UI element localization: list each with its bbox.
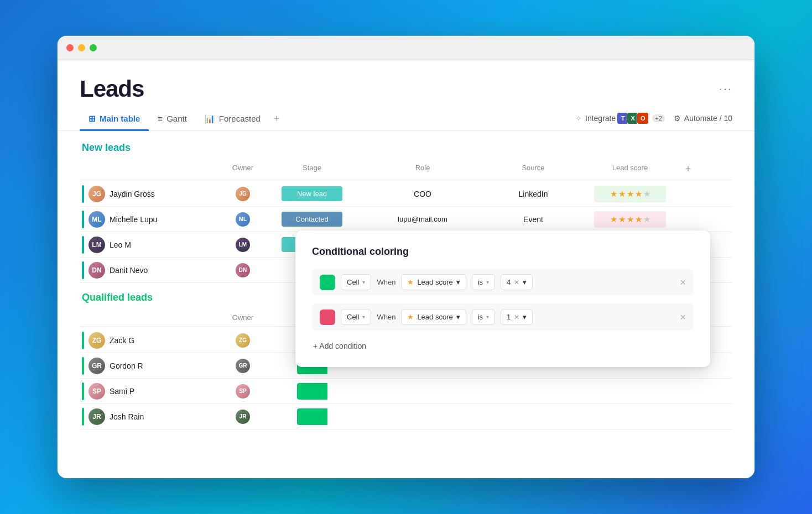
group-bar (82, 236, 84, 254)
chevron-down-icon: ▾ (362, 279, 365, 285)
role-cell: COO (362, 186, 483, 202)
name-cell: ML Michelle Lupu (80, 207, 223, 232)
group-bar (82, 261, 84, 279)
star-1: ★ (610, 214, 617, 224)
row-name: Zack G (110, 336, 134, 345)
row-name: Jaydin Gross (110, 190, 155, 198)
owner-cell: JR (223, 406, 262, 427)
tab-main-table[interactable]: ⊞ Main table (80, 108, 149, 131)
cell-dropdown-1[interactable]: Cell ▾ (341, 274, 371, 290)
tabs-right-actions: ✧ Integrate T X O +2 ⚙ Automate / 10 (575, 112, 732, 127)
stars-display: ★ ★ ★ ★ ★ (594, 186, 666, 202)
chevron-down-icon: ▾ (523, 313, 527, 321)
stage-cell: New lead (262, 183, 362, 204)
color-swatch-green[interactable] (320, 275, 335, 290)
page-header: Leads ··· (58, 60, 754, 102)
chevron-down-icon: ▾ (486, 279, 489, 285)
add-condition-button[interactable]: + Add condition (312, 338, 694, 354)
name-cell: DN Danit Nevo (80, 258, 223, 282)
row-name: Sami P (110, 387, 134, 396)
stage-cell (262, 380, 362, 403)
owner-avatar: JR (236, 410, 250, 424)
page-title: Leads (80, 76, 144, 102)
group-bar (82, 332, 84, 349)
operator-dropdown-2[interactable]: is ▾ (472, 309, 495, 325)
name-cell: JR Josh Rain (80, 405, 223, 429)
star-field-icon-2: ★ (407, 313, 414, 321)
when-label-2: When (377, 313, 395, 321)
more-options-button[interactable]: ··· (719, 82, 732, 96)
remove-condition-1[interactable]: × (680, 277, 686, 287)
traffic-light-maximize[interactable] (90, 44, 97, 51)
col-add[interactable]: + (677, 161, 699, 177)
avatar: JR (89, 408, 105, 425)
col-lead-score: Lead score (583, 161, 677, 177)
cell-dropdown-2[interactable]: Cell ▾ (341, 309, 371, 325)
stage-badge: Contacted (282, 212, 342, 227)
automate-label: Automate / 10 (684, 114, 732, 123)
automate-button[interactable]: ⚙ Automate / 10 (674, 114, 732, 123)
avatar: SP (89, 383, 105, 400)
avatar: GR (89, 358, 105, 374)
owner-cell: ZG (223, 330, 262, 351)
star-field-icon-1: ★ (407, 278, 414, 286)
group-bar (82, 357, 84, 375)
value-pill-2[interactable]: 1 ✕ ▾ (501, 309, 533, 325)
condition-row-2: Cell ▾ When ★ Lead score ▾ is ▾ 1 (312, 303, 694, 331)
remove-condition-2[interactable]: × (680, 312, 686, 322)
operator-dropdown-1[interactable]: is ▾ (472, 274, 495, 290)
conditional-coloring-panel: Conditional coloring Cell ▾ When ★ Lead … (295, 230, 710, 367)
chevron-down-icon: ▾ (486, 314, 489, 320)
integrate-label: Integrate (585, 114, 616, 123)
group-bar (82, 185, 84, 203)
lead-score-dropdown-2[interactable]: ★ Lead score ▾ (401, 309, 466, 325)
chevron-down-icon: ▾ (362, 314, 365, 320)
group-title-new-leads: New leads (80, 142, 732, 154)
star-1: ★ (610, 189, 617, 199)
clear-value-2[interactable]: ✕ (514, 313, 519, 321)
app-icons: T X O (619, 112, 649, 124)
table-header: Owner Stage Role Source Lead score + (80, 159, 732, 180)
avatar: LM (89, 237, 105, 253)
tab-gantt[interactable]: ≡ Gantt (149, 108, 195, 130)
operator-label-1: is (478, 278, 483, 286)
table-row: SP Sami P SP (80, 379, 732, 404)
traffic-light-close[interactable] (66, 44, 74, 51)
cell-label-2: Cell (347, 313, 359, 321)
integrate-button[interactable]: ✧ Integrate T X O +2 (575, 112, 665, 124)
star-2: ★ (618, 189, 626, 199)
star-5: ★ (643, 214, 650, 224)
col-name-q (80, 311, 223, 324)
color-swatch-red[interactable] (320, 310, 335, 325)
value-pill-1[interactable]: 4 ✕ ▾ (501, 274, 533, 290)
chevron-down-icon: ▾ (523, 278, 527, 286)
add-condition-label: + Add condition (313, 342, 366, 350)
traffic-light-minimize[interactable] (78, 44, 85, 51)
stage-cell (262, 405, 362, 428)
add-tab-button[interactable]: + (269, 108, 284, 130)
avatar: ML (89, 211, 105, 228)
clear-value-1[interactable]: ✕ (514, 279, 519, 286)
browser-window: Leads ··· ⊞ Main table ≡ Gantt 📊 Forecas… (58, 36, 754, 478)
table-row: JR Josh Rain JR (80, 404, 732, 429)
owner-cell: ML (223, 209, 262, 230)
browser-chrome (58, 36, 754, 60)
row-name: Michelle Lupu (110, 215, 157, 224)
owner-avatar: ZG (236, 333, 250, 348)
automate-icon: ⚙ (674, 114, 681, 123)
name-cell: JG Jaydin Gross (80, 182, 223, 206)
star-4: ★ (635, 214, 642, 224)
name-cell: ZG Zack G (80, 328, 223, 353)
stage-partial-green (297, 383, 327, 400)
owner-cell: SP (223, 381, 262, 402)
owner-cell: DN (223, 260, 262, 281)
tab-forecasted[interactable]: 📊 Forecasted (196, 108, 269, 131)
lead-score-dropdown-1[interactable]: ★ Lead score ▾ (401, 274, 466, 290)
col-role: Role (362, 161, 483, 177)
star-4: ★ (635, 189, 642, 199)
tab-main-table-label: Main table (100, 114, 140, 123)
condition-row-1: Cell ▾ When ★ Lead score ▾ is ▾ 4 (312, 269, 694, 296)
col-stage: Stage (262, 161, 362, 177)
star-3: ★ (627, 214, 634, 224)
panel-title: Conditional coloring (312, 246, 694, 258)
